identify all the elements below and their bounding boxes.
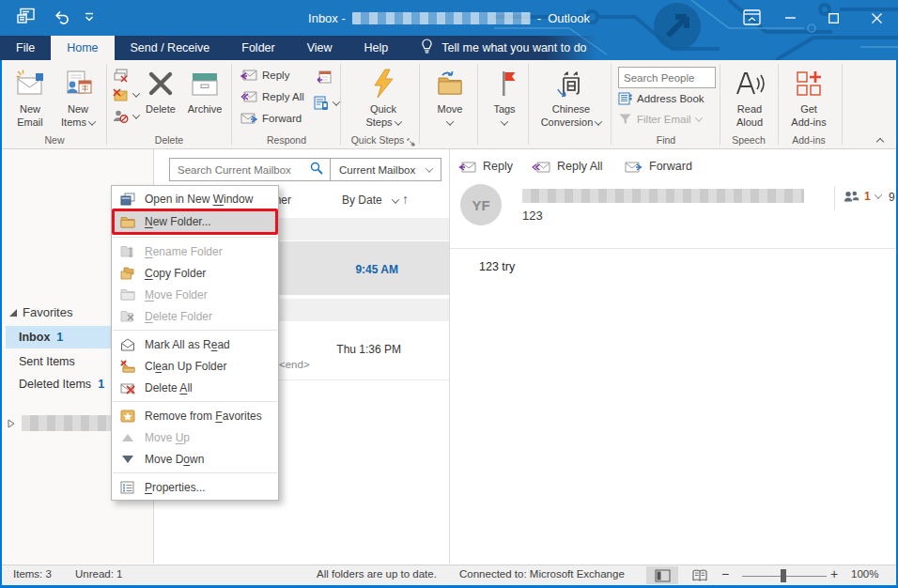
- new-email-button[interactable]: New Email: [8, 63, 53, 130]
- get-add-ins-button[interactable]: Get Add-ins: [783, 63, 834, 130]
- favorites-header[interactable]: Favorites: [9, 305, 72, 319]
- zoom-level[interactable]: 100%: [851, 568, 878, 580]
- tab-view[interactable]: View: [291, 36, 348, 60]
- menu-item-open-in-new-window[interactable]: Open in New Window: [112, 188, 278, 209]
- block-sender-button[interactable]: [113, 109, 139, 124]
- forward-action[interactable]: Forward: [625, 160, 692, 173]
- ribbon-display-options-icon[interactable]: [743, 9, 761, 28]
- new-folder-icon: [119, 216, 135, 228]
- deleted-items-count: 1: [98, 378, 104, 391]
- message-snippet: <end>: [279, 359, 310, 370]
- menu-item-clean-up-folder[interactable]: Clean Up Folder: [112, 355, 278, 377]
- address-book-button[interactable]: Address Book: [618, 92, 704, 105]
- group-label-quick-steps: Quick Steps: [344, 134, 411, 147]
- tab-help[interactable]: Help: [348, 36, 405, 60]
- menu-item-copy-folder[interactable]: Copy Folder: [112, 262, 278, 284]
- reply-all-action[interactable]: Reply All: [532, 160, 603, 173]
- tell-me-box[interactable]: Tell me what you want to do: [404, 36, 586, 60]
- reply-label: Reply: [483, 160, 513, 173]
- group-divider: [477, 64, 478, 145]
- move-button[interactable]: Move: [425, 63, 475, 130]
- copy-folder-icon: [119, 267, 135, 280]
- remove-from-favorites-icon: [119, 410, 135, 423]
- reading-pane: Reply Reply All Forward YF 123: [450, 149, 896, 564]
- tab-folder[interactable]: Folder: [225, 36, 290, 60]
- menu-item-new-folder[interactable]: New Folder...: [112, 209, 278, 234]
- new-email-label: New Email: [17, 103, 43, 130]
- search-icon[interactable]: [310, 162, 330, 178]
- tab-home[interactable]: Home: [51, 36, 114, 60]
- reply-all-button[interactable]: Reply All: [240, 90, 304, 102]
- sender-avatar[interactable]: YF: [460, 184, 502, 225]
- reply-action[interactable]: Reply: [458, 160, 513, 173]
- tags-icon: [491, 66, 518, 101]
- quick-steps-icon: [369, 66, 397, 101]
- menu-item-move-up: Move Up: [112, 426, 278, 448]
- forward-button[interactable]: Forward: [240, 112, 302, 124]
- group-divider: [611, 64, 612, 145]
- delete-button[interactable]: Delete: [141, 63, 180, 116]
- people-icon: [844, 190, 859, 203]
- search-input[interactable]: [170, 164, 310, 176]
- sort-direction-icon[interactable]: ↑: [402, 192, 409, 207]
- archive-button[interactable]: Archive: [182, 63, 227, 116]
- menu-item-remove-from-favorites[interactable]: Remove from Favorites: [112, 405, 278, 426]
- menu-item-mark-all-as-read[interactable]: Mark All as Read: [112, 333, 278, 355]
- status-sync-message: All folders are up to date.: [317, 568, 437, 580]
- zoom-slider-handle[interactable]: [781, 569, 786, 582]
- zoom-in-button[interactable]: +: [830, 566, 838, 581]
- reply-all-icon: [532, 160, 550, 173]
- tags-button[interactable]: Tags: [483, 63, 526, 130]
- reply-all-icon: [240, 90, 257, 102]
- menu-item-delete-all[interactable]: Delete All: [112, 377, 278, 398]
- new-items-label: New Items: [61, 103, 95, 130]
- status-bar: Items: 3 Unread: 1 All folders are up to…: [0, 565, 898, 585]
- search-scope-label: Current Mailbox: [339, 164, 415, 176]
- chinese-conversion-button[interactable]: Chinese Conversion: [534, 63, 609, 130]
- quick-steps-button[interactable]: Quick Steps: [349, 63, 417, 130]
- im-button[interactable]: [314, 96, 339, 110]
- menu-separator: [113, 472, 277, 473]
- meeting-button[interactable]: [317, 70, 332, 84]
- reply-button[interactable]: Reply: [240, 69, 289, 81]
- status-connection: Connected to: Microsoft Exchange: [459, 568, 625, 580]
- group-divider: [778, 64, 779, 145]
- filter-email-label: Filter Email: [637, 114, 691, 125]
- search-scope-dropdown[interactable]: Current Mailbox: [331, 158, 441, 181]
- tab-send-receive[interactable]: Send / Receive: [115, 36, 226, 60]
- zoom-out-button[interactable]: −: [721, 566, 729, 581]
- ribbon-tab-strip: File Home Send / Receive Folder View Hel…: [0, 36, 601, 60]
- collapse-ribbon-icon[interactable]: [876, 138, 884, 146]
- maximize-button[interactable]: [812, 0, 855, 36]
- chinese-conversion-icon: [556, 66, 586, 101]
- chevron-down-icon: [446, 117, 454, 125]
- group-label-respond: Respond: [235, 134, 338, 147]
- ignore-button[interactable]: [113, 68, 129, 83]
- delete-all-icon: [119, 381, 135, 395]
- delete-label: Delete: [146, 103, 176, 116]
- quick-steps-dialog-launcher-icon[interactable]: [407, 136, 416, 146]
- group-divider: [106, 64, 107, 145]
- close-button[interactable]: [855, 0, 898, 36]
- properties-icon: [119, 481, 135, 494]
- group-divider: [340, 64, 341, 145]
- minimize-button[interactable]: [768, 0, 812, 36]
- menu-item-move-down[interactable]: Move Down: [112, 448, 278, 470]
- move-folder-icon: [119, 288, 135, 301]
- new-items-button[interactable]: New Items: [54, 63, 101, 130]
- move-up-icon: [119, 433, 135, 442]
- recipient-count[interactable]: 1: [844, 190, 881, 203]
- tab-file[interactable]: File: [0, 36, 51, 60]
- search-box[interactable]: [169, 158, 331, 181]
- menu-item-properties[interactable]: Properties...: [112, 476, 278, 498]
- menu-item-label: Mark All as Read: [145, 338, 230, 351]
- title-bar-row[interactable]: Inbox - - Outlook: [0, 0, 898, 36]
- normal-view-button[interactable]: [646, 566, 678, 584]
- archive-label: Archive: [188, 103, 223, 116]
- sort-by-dropdown[interactable]: By Date: [342, 193, 398, 207]
- junk-button[interactable]: [113, 88, 139, 101]
- read-aloud-button[interactable]: Read Aloud: [725, 63, 774, 130]
- move-down-icon: [119, 455, 135, 464]
- reading-view-button[interactable]: [684, 566, 716, 584]
- search-people-input[interactable]: [618, 67, 716, 88]
